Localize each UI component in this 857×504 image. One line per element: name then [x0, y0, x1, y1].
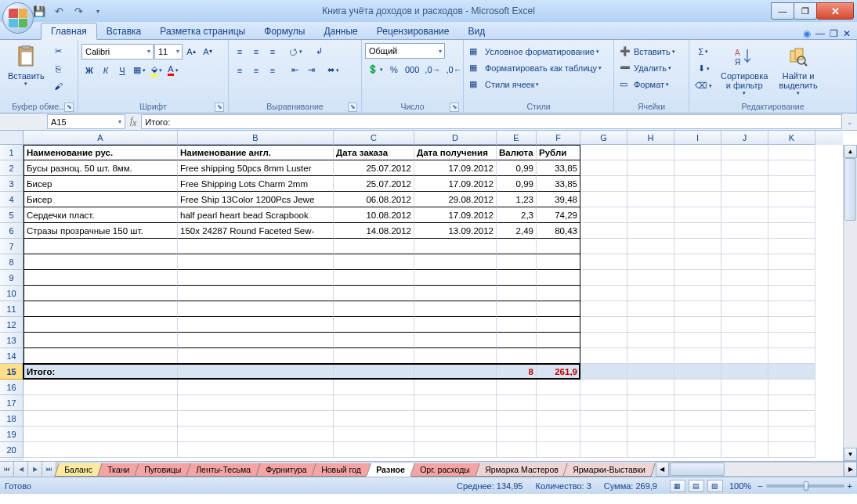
cell[interactable] — [674, 254, 721, 270]
sheet-tab[interactable]: Ярмарки-Выставки — [562, 463, 655, 477]
view-normal-button[interactable]: ▦ — [670, 480, 685, 492]
cell[interactable] — [768, 364, 815, 380]
cell[interactable] — [721, 411, 768, 427]
cell[interactable]: 1,23 — [497, 192, 537, 207]
cell[interactable] — [768, 223, 815, 239]
cell[interactable] — [24, 348, 178, 364]
currency-button[interactable]: 💲 — [365, 61, 385, 77]
cell[interactable] — [768, 411, 815, 427]
cell[interactable]: Наименование рус. — [24, 145, 178, 160]
sheet-tab[interactable]: Фурнитура — [255, 463, 316, 477]
cell[interactable] — [178, 427, 334, 442]
cell[interactable] — [24, 380, 178, 395]
cell[interactable]: Дата заказа — [334, 145, 414, 160]
row-header[interactable]: 2 — [0, 160, 24, 176]
cell[interactable] — [721, 395, 768, 411]
cell[interactable] — [674, 270, 721, 286]
view-pagebreak-button[interactable]: ▧ — [707, 480, 723, 492]
sheet-tab[interactable]: Пуговицы — [134, 463, 191, 477]
cell[interactable] — [537, 286, 580, 301]
cell[interactable] — [580, 207, 627, 223]
align-launcher-icon[interactable]: ⬊ — [348, 103, 357, 112]
cell[interactable] — [580, 160, 627, 176]
cell[interactable] — [580, 286, 627, 301]
sheet-tab[interactable]: Ленты-Тесьма — [186, 463, 261, 477]
cell[interactable] — [24, 427, 178, 442]
cell[interactable]: 17.09.2012 — [414, 176, 497, 192]
merge-button[interactable]: ⬌ — [325, 62, 342, 78]
tab-pagelayout[interactable]: Разметка страницы — [150, 23, 255, 39]
close-button[interactable]: ✕ — [816, 2, 854, 20]
sheet-tab[interactable]: Орг. расходы — [410, 463, 479, 477]
cell[interactable] — [178, 380, 334, 395]
align-middle-button[interactable]: ≡ — [248, 43, 264, 59]
fill-color-button[interactable]: ⬙ — [149, 62, 165, 78]
cell[interactable]: 39,48 — [537, 192, 580, 207]
cell[interactable] — [537, 442, 580, 458]
cell[interactable] — [768, 301, 815, 317]
cell[interactable] — [768, 192, 815, 207]
cell[interactable] — [627, 254, 674, 270]
cell[interactable]: 80,43 — [537, 223, 580, 239]
cell[interactable] — [674, 286, 721, 301]
cell[interactable] — [414, 395, 497, 411]
cell[interactable] — [674, 411, 721, 427]
cell[interactable]: 2,49 — [497, 223, 537, 239]
cell[interactable] — [414, 380, 497, 395]
cell[interactable] — [497, 317, 537, 333]
hscroll-thumb[interactable] — [670, 463, 725, 476]
cell[interactable]: 29.08.2012 — [414, 192, 497, 207]
cell[interactable] — [414, 301, 497, 317]
cell[interactable] — [334, 348, 414, 364]
cell[interactable] — [627, 348, 674, 364]
conditional-format-button[interactable]: ▦Условное форматирование — [467, 43, 610, 59]
cell[interactable]: half pearl heart bead Scrapbook — [178, 207, 334, 223]
zoom-out-button[interactable]: − — [758, 481, 762, 491]
cell[interactable]: Наименование англ. — [178, 145, 334, 160]
cell[interactable] — [414, 317, 497, 333]
cell[interactable] — [768, 270, 815, 286]
cell[interactable] — [674, 317, 721, 333]
cell[interactable] — [178, 348, 334, 364]
fill-button[interactable]: ⬇ — [692, 60, 714, 77]
cell[interactable]: 8 — [497, 364, 537, 380]
cell[interactable] — [627, 270, 674, 286]
cell[interactable] — [24, 254, 178, 270]
bold-button[interactable]: Ж — [81, 62, 97, 78]
align-right-button[interactable]: ≡ — [265, 62, 280, 78]
cell[interactable] — [674, 442, 721, 458]
cell[interactable] — [24, 317, 178, 333]
row-header[interactable]: 17 — [0, 395, 24, 411]
number-format-combo[interactable]: Общий — [365, 43, 445, 59]
cell[interactable] — [674, 395, 721, 411]
cell[interactable] — [768, 442, 815, 458]
cell[interactable] — [768, 286, 815, 301]
cell[interactable] — [627, 192, 674, 207]
redo-icon[interactable]: ↷ — [71, 3, 86, 19]
row-header[interactable]: 4 — [0, 192, 24, 207]
cell-styles-button[interactable]: ▦Стили ячеек — [467, 76, 610, 92]
column-header[interactable]: J — [721, 131, 768, 145]
column-header[interactable]: F — [537, 131, 580, 145]
cell[interactable] — [580, 317, 627, 333]
cell[interactable] — [414, 254, 497, 270]
cell[interactable] — [334, 395, 414, 411]
cell[interactable] — [537, 348, 580, 364]
cell[interactable] — [178, 364, 334, 380]
row-header[interactable]: 11 — [0, 301, 24, 317]
cell[interactable] — [537, 411, 580, 427]
cell[interactable] — [721, 286, 768, 301]
cell[interactable] — [721, 160, 768, 176]
mdi-close-icon[interactable]: ✕ — [843, 28, 851, 39]
cell[interactable] — [674, 380, 721, 395]
cell[interactable] — [627, 442, 674, 458]
wrap-text-button[interactable]: ↲ — [311, 43, 327, 59]
cell[interactable] — [414, 364, 497, 380]
format-as-table-button[interactable]: ▦Форматировать как таблицу — [467, 59, 610, 76]
row-header[interactable]: 18 — [0, 411, 24, 427]
font-size-combo[interactable]: 11 — [154, 44, 183, 59]
sheet-prev-icon[interactable]: ◀ — [14, 462, 28, 477]
cell[interactable] — [580, 176, 627, 192]
cell[interactable] — [580, 364, 627, 380]
cell[interactable]: Бусы разноц. 50 шт. 8мм. — [24, 160, 178, 176]
